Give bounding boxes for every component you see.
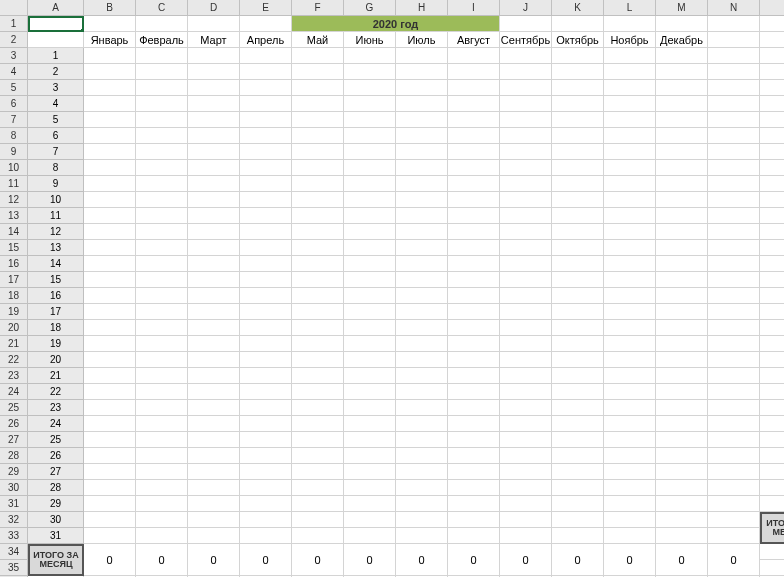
cell-M22[interactable] bbox=[656, 352, 708, 368]
cell-overflow-17[interactable] bbox=[760, 272, 784, 288]
cell-K14[interactable] bbox=[552, 224, 604, 240]
cell-E1[interactable] bbox=[240, 16, 292, 32]
day-number-3[interactable]: 3 bbox=[28, 80, 84, 96]
month-header-5[interactable]: Май bbox=[292, 32, 344, 48]
cell-M24[interactable] bbox=[656, 384, 708, 400]
cell-overflow-3[interactable] bbox=[760, 48, 784, 64]
cell-E17[interactable] bbox=[240, 272, 292, 288]
cell-L1[interactable] bbox=[604, 16, 656, 32]
cell-C9[interactable] bbox=[136, 144, 188, 160]
cell-I19[interactable] bbox=[448, 304, 500, 320]
cell-L16[interactable] bbox=[604, 256, 656, 272]
cell-J10[interactable] bbox=[500, 160, 552, 176]
cell-N22[interactable] bbox=[708, 352, 760, 368]
row-head-27[interactable]: 27 bbox=[0, 432, 28, 448]
month-header-10[interactable]: Октябрь bbox=[552, 32, 604, 48]
cell-K19[interactable] bbox=[552, 304, 604, 320]
cell-N24[interactable] bbox=[708, 384, 760, 400]
col-head-overflow[interactable] bbox=[760, 0, 784, 16]
cell-I21[interactable] bbox=[448, 336, 500, 352]
cell-K1[interactable] bbox=[552, 16, 604, 32]
cell-D20[interactable] bbox=[188, 320, 240, 336]
cell-B33[interactable] bbox=[84, 528, 136, 544]
cell-L27[interactable] bbox=[604, 432, 656, 448]
cell-F14[interactable] bbox=[292, 224, 344, 240]
cell-H3[interactable] bbox=[396, 48, 448, 64]
cell-B8[interactable] bbox=[84, 128, 136, 144]
row-head-11[interactable]: 11 bbox=[0, 176, 28, 192]
cell-J33[interactable] bbox=[500, 528, 552, 544]
cell-M23[interactable] bbox=[656, 368, 708, 384]
cell-F22[interactable] bbox=[292, 352, 344, 368]
cell-F15[interactable] bbox=[292, 240, 344, 256]
cell-K15[interactable] bbox=[552, 240, 604, 256]
cell-J21[interactable] bbox=[500, 336, 552, 352]
cell-B7[interactable] bbox=[84, 112, 136, 128]
cell-N3[interactable] bbox=[708, 48, 760, 64]
cell-J8[interactable] bbox=[500, 128, 552, 144]
cell-G21[interactable] bbox=[344, 336, 396, 352]
col-head-B[interactable]: B bbox=[84, 0, 136, 16]
cell-L9[interactable] bbox=[604, 144, 656, 160]
cell-N33[interactable] bbox=[708, 528, 760, 544]
row-head-31[interactable]: 31 bbox=[0, 496, 28, 512]
cell-M6[interactable] bbox=[656, 96, 708, 112]
cell-G30[interactable] bbox=[344, 480, 396, 496]
col-head-C[interactable]: C bbox=[136, 0, 188, 16]
row-head-24[interactable]: 24 bbox=[0, 384, 28, 400]
cell-M19[interactable] bbox=[656, 304, 708, 320]
cell-I17[interactable] bbox=[448, 272, 500, 288]
cell-C14[interactable] bbox=[136, 224, 188, 240]
cell-C16[interactable] bbox=[136, 256, 188, 272]
cell-J29[interactable] bbox=[500, 464, 552, 480]
cell-B24[interactable] bbox=[84, 384, 136, 400]
cell-C10[interactable] bbox=[136, 160, 188, 176]
cell-H30[interactable] bbox=[396, 480, 448, 496]
cell-N15[interactable] bbox=[708, 240, 760, 256]
cell-N7[interactable] bbox=[708, 112, 760, 128]
cell-F7[interactable] bbox=[292, 112, 344, 128]
cell-E21[interactable] bbox=[240, 336, 292, 352]
cell-C25[interactable] bbox=[136, 400, 188, 416]
day-number-22[interactable]: 22 bbox=[28, 384, 84, 400]
cell-K29[interactable] bbox=[552, 464, 604, 480]
cell-I23[interactable] bbox=[448, 368, 500, 384]
cell-F32[interactable] bbox=[292, 512, 344, 528]
cell-L10[interactable] bbox=[604, 160, 656, 176]
cell-B6[interactable] bbox=[84, 96, 136, 112]
cell-L31[interactable] bbox=[604, 496, 656, 512]
day-number-10[interactable]: 10 bbox=[28, 192, 84, 208]
cell-C17[interactable] bbox=[136, 272, 188, 288]
cell-F4[interactable] bbox=[292, 64, 344, 80]
cell-J5[interactable] bbox=[500, 80, 552, 96]
cell-N6[interactable] bbox=[708, 96, 760, 112]
cell-C7[interactable] bbox=[136, 112, 188, 128]
cell-C15[interactable] bbox=[136, 240, 188, 256]
cell-M15[interactable] bbox=[656, 240, 708, 256]
month-header-11[interactable]: Ноябрь bbox=[604, 32, 656, 48]
cell-K16[interactable] bbox=[552, 256, 604, 272]
cell-J3[interactable] bbox=[500, 48, 552, 64]
cell-C27[interactable] bbox=[136, 432, 188, 448]
day-number-9[interactable]: 9 bbox=[28, 176, 84, 192]
cell-K6[interactable] bbox=[552, 96, 604, 112]
day-number-19[interactable]: 19 bbox=[28, 336, 84, 352]
cell-D5[interactable] bbox=[188, 80, 240, 96]
cell-N31[interactable] bbox=[708, 496, 760, 512]
cell-D33[interactable] bbox=[188, 528, 240, 544]
cell-overflow-2[interactable] bbox=[760, 32, 784, 48]
row-head-23[interactable]: 23 bbox=[0, 368, 28, 384]
cell-overflow-23[interactable] bbox=[760, 368, 784, 384]
cell-overflow-25[interactable] bbox=[760, 400, 784, 416]
cell-D19[interactable] bbox=[188, 304, 240, 320]
cell-G32[interactable] bbox=[344, 512, 396, 528]
cell-M30[interactable] bbox=[656, 480, 708, 496]
cell-L13[interactable] bbox=[604, 208, 656, 224]
cell-N28[interactable] bbox=[708, 448, 760, 464]
cell-I7[interactable] bbox=[448, 112, 500, 128]
cell-M18[interactable] bbox=[656, 288, 708, 304]
cell-J17[interactable] bbox=[500, 272, 552, 288]
cell-F13[interactable] bbox=[292, 208, 344, 224]
cell-B21[interactable] bbox=[84, 336, 136, 352]
cell-D10[interactable] bbox=[188, 160, 240, 176]
